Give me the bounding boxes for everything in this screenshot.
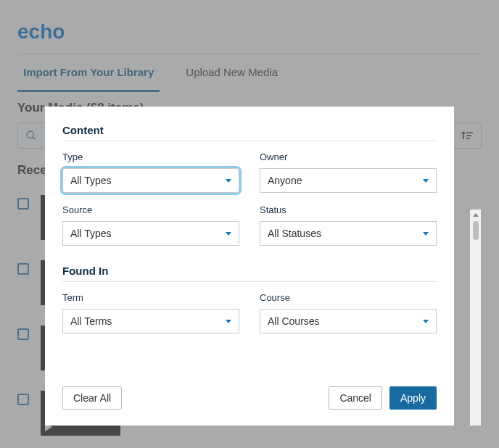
- chevron-down-icon: [423, 232, 429, 236]
- content-section-title: Content: [62, 124, 437, 136]
- scroll-up-icon[interactable]: [470, 210, 481, 220]
- apply-button[interactable]: Apply: [389, 386, 437, 410]
- owner-field: Owner Anyone: [260, 152, 437, 193]
- scrollbar[interactable]: [470, 210, 481, 426]
- found-in-section-title: Found In: [62, 265, 437, 277]
- chevron-down-icon: [226, 320, 231, 323]
- divider: [62, 281, 437, 282]
- dialog-body: Content Type All Types Owner Anyone Sour…: [45, 107, 454, 376]
- type-label: Type: [62, 152, 239, 162]
- term-select[interactable]: All Terms: [62, 309, 239, 333]
- divider: [62, 141, 437, 141]
- source-value: All Types: [70, 228, 112, 239]
- term-field: Term All Terms: [62, 292, 239, 333]
- status-value: All Statuses: [268, 228, 321, 239]
- source-label: Source: [62, 204, 239, 215]
- course-select[interactable]: All Courses: [260, 309, 437, 333]
- status-select[interactable]: All Statuses: [260, 221, 437, 246]
- chevron-down-icon: [226, 179, 231, 183]
- owner-select[interactable]: Anyone: [260, 168, 437, 193]
- source-field: Source All Types: [62, 204, 239, 246]
- source-select[interactable]: All Types: [62, 221, 239, 246]
- course-label: Course: [260, 292, 437, 303]
- status-label: Status: [260, 204, 437, 215]
- chevron-down-icon: [423, 179, 429, 183]
- term-value: All Terms: [70, 315, 112, 327]
- filter-dialog: Content Type All Types Owner Anyone Sour…: [45, 107, 454, 426]
- type-value: All Types: [70, 175, 112, 186]
- cancel-button[interactable]: Cancel: [329, 386, 382, 410]
- owner-value: Anyone: [268, 175, 302, 186]
- type-field: Type All Types: [62, 152, 239, 193]
- chevron-down-icon: [423, 320, 429, 323]
- clear-all-button[interactable]: Clear All: [62, 386, 122, 410]
- scrollbar-thumb[interactable]: [473, 221, 479, 240]
- dialog-footer: Clear All Cancel Apply: [45, 376, 454, 426]
- course-field: Course All Courses: [260, 292, 437, 333]
- type-select[interactable]: All Types: [62, 168, 239, 193]
- status-field: Status All Statuses: [260, 204, 437, 246]
- term-label: Term: [62, 292, 239, 303]
- chevron-down-icon: [226, 232, 231, 236]
- owner-label: Owner: [260, 152, 437, 162]
- course-value: All Courses: [268, 315, 320, 327]
